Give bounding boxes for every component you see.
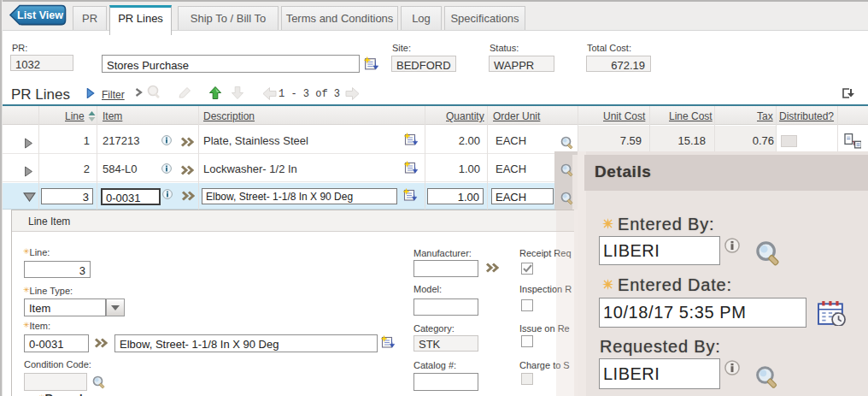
svg-text:List View: List View — [17, 9, 63, 21]
